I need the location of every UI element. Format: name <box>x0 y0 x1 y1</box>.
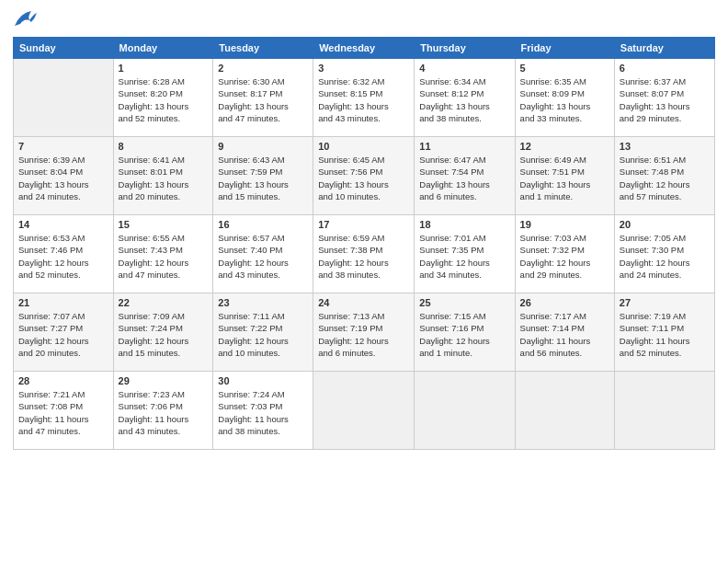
day-number: 19 <box>520 219 609 230</box>
calendar-cell: 4Sunrise: 6:34 AM Sunset: 8:12 PM Daylig… <box>415 59 515 137</box>
day-number: 2 <box>218 63 308 74</box>
logo <box>13 9 42 29</box>
day-info: Sunrise: 6:30 AM Sunset: 8:17 PM Dayligh… <box>218 75 308 124</box>
column-header-monday: Monday <box>113 38 213 59</box>
calendar-cell: 5Sunrise: 6:35 AM Sunset: 8:09 PM Daylig… <box>515 59 614 137</box>
calendar-cell: 14Sunrise: 6:53 AM Sunset: 7:46 PM Dayli… <box>14 215 114 293</box>
day-info: Sunrise: 7:23 AM Sunset: 7:06 PM Dayligh… <box>119 388 209 437</box>
column-header-wednesday: Wednesday <box>313 38 415 59</box>
day-info: Sunrise: 6:49 AM Sunset: 7:51 PM Dayligh… <box>520 154 609 202</box>
calendar-cell <box>14 59 114 137</box>
day-info: Sunrise: 6:41 AM Sunset: 8:01 PM Dayligh… <box>119 154 209 202</box>
day-number: 18 <box>419 219 509 230</box>
day-info: Sunrise: 6:39 AM Sunset: 8:04 PM Dayligh… <box>18 154 108 202</box>
week-row-1: 1Sunrise: 6:28 AM Sunset: 8:20 PM Daylig… <box>14 59 715 137</box>
day-number: 23 <box>218 297 308 308</box>
calendar-cell: 12Sunrise: 6:49 AM Sunset: 7:51 PM Dayli… <box>515 137 614 215</box>
day-number: 16 <box>218 219 308 230</box>
column-header-friday: Friday <box>515 38 614 59</box>
calendar-cell: 21Sunrise: 7:07 AM Sunset: 7:27 PM Dayli… <box>14 293 114 372</box>
day-number: 8 <box>119 141 209 152</box>
day-info: Sunrise: 7:19 AM Sunset: 7:11 PM Dayligh… <box>620 310 710 359</box>
day-info: Sunrise: 6:35 AM Sunset: 8:09 PM Dayligh… <box>520 75 609 124</box>
day-info: Sunrise: 7:09 AM Sunset: 7:24 PM Dayligh… <box>119 310 209 359</box>
logo-icon <box>13 9 39 29</box>
calendar-cell <box>515 372 614 450</box>
day-number: 25 <box>419 297 509 308</box>
day-number: 24 <box>318 297 409 308</box>
day-info: Sunrise: 6:37 AM Sunset: 8:07 PM Dayligh… <box>620 75 710 124</box>
calendar-cell: 11Sunrise: 6:47 AM Sunset: 7:54 PM Dayli… <box>415 137 515 215</box>
day-info: Sunrise: 7:13 AM Sunset: 7:19 PM Dayligh… <box>318 310 409 359</box>
calendar-cell: 26Sunrise: 7:17 AM Sunset: 7:14 PM Dayli… <box>515 293 614 372</box>
day-number: 6 <box>620 63 710 74</box>
header <box>13 9 715 29</box>
day-info: Sunrise: 6:47 AM Sunset: 7:54 PM Dayligh… <box>419 154 509 202</box>
day-number: 17 <box>318 219 409 230</box>
day-number: 13 <box>620 141 710 152</box>
day-info: Sunrise: 6:59 AM Sunset: 7:38 PM Dayligh… <box>318 232 409 281</box>
day-number: 1 <box>119 63 209 74</box>
day-info: Sunrise: 7:24 AM Sunset: 7:03 PM Dayligh… <box>218 388 308 437</box>
day-info: Sunrise: 6:51 AM Sunset: 7:48 PM Dayligh… <box>620 154 710 202</box>
day-info: Sunrise: 6:28 AM Sunset: 8:20 PM Dayligh… <box>119 75 209 124</box>
day-info: Sunrise: 7:01 AM Sunset: 7:35 PM Dayligh… <box>419 232 509 281</box>
calendar-cell <box>415 372 515 450</box>
calendar-cell: 30Sunrise: 7:24 AM Sunset: 7:03 PM Dayli… <box>213 372 313 450</box>
week-row-4: 21Sunrise: 7:07 AM Sunset: 7:27 PM Dayli… <box>14 293 715 372</box>
day-number: 30 <box>218 375 308 386</box>
week-row-5: 28Sunrise: 7:21 AM Sunset: 7:08 PM Dayli… <box>14 372 715 450</box>
page-container: SundayMondayTuesdayWednesdayThursdayFrid… <box>0 0 728 563</box>
day-number: 20 <box>620 219 710 230</box>
day-number: 5 <box>520 63 609 74</box>
column-header-saturday: Saturday <box>614 38 714 59</box>
day-number: 12 <box>520 141 609 152</box>
calendar-cell: 20Sunrise: 7:05 AM Sunset: 7:30 PM Dayli… <box>614 215 714 293</box>
calendar-cell: 15Sunrise: 6:55 AM Sunset: 7:43 PM Dayli… <box>113 215 213 293</box>
day-info: Sunrise: 7:07 AM Sunset: 7:27 PM Dayligh… <box>18 310 108 359</box>
calendar-cell: 17Sunrise: 6:59 AM Sunset: 7:38 PM Dayli… <box>313 215 415 293</box>
day-info: Sunrise: 6:32 AM Sunset: 8:15 PM Dayligh… <box>318 75 409 124</box>
calendar-cell: 29Sunrise: 7:23 AM Sunset: 7:06 PM Dayli… <box>113 372 213 450</box>
day-number: 28 <box>18 375 108 386</box>
calendar-cell <box>614 372 714 450</box>
day-info: Sunrise: 6:45 AM Sunset: 7:56 PM Dayligh… <box>318 154 409 202</box>
day-number: 3 <box>318 63 409 74</box>
day-info: Sunrise: 6:34 AM Sunset: 8:12 PM Dayligh… <box>419 75 509 124</box>
calendar-cell <box>313 372 415 450</box>
day-number: 26 <box>520 297 609 308</box>
column-header-thursday: Thursday <box>415 38 515 59</box>
day-number: 27 <box>620 297 710 308</box>
week-row-3: 14Sunrise: 6:53 AM Sunset: 7:46 PM Dayli… <box>14 215 715 293</box>
calendar-cell: 7Sunrise: 6:39 AM Sunset: 8:04 PM Daylig… <box>14 137 114 215</box>
calendar-cell: 10Sunrise: 6:45 AM Sunset: 7:56 PM Dayli… <box>313 137 415 215</box>
calendar-cell: 8Sunrise: 6:41 AM Sunset: 8:01 PM Daylig… <box>113 137 213 215</box>
day-number: 11 <box>419 141 509 152</box>
calendar-cell: 27Sunrise: 7:19 AM Sunset: 7:11 PM Dayli… <box>614 293 714 372</box>
day-info: Sunrise: 6:43 AM Sunset: 7:59 PM Dayligh… <box>218 154 308 202</box>
column-header-sunday: Sunday <box>14 38 114 59</box>
column-header-tuesday: Tuesday <box>213 38 313 59</box>
calendar-cell: 9Sunrise: 6:43 AM Sunset: 7:59 PM Daylig… <box>213 137 313 215</box>
calendar-table: SundayMondayTuesdayWednesdayThursdayFrid… <box>13 37 715 450</box>
header-row: SundayMondayTuesdayWednesdayThursdayFrid… <box>14 38 715 59</box>
calendar-cell: 22Sunrise: 7:09 AM Sunset: 7:24 PM Dayli… <box>113 293 213 372</box>
day-number: 9 <box>218 141 308 152</box>
calendar-cell: 6Sunrise: 6:37 AM Sunset: 8:07 PM Daylig… <box>614 59 714 137</box>
calendar-cell: 23Sunrise: 7:11 AM Sunset: 7:22 PM Dayli… <box>213 293 313 372</box>
day-number: 7 <box>18 141 108 152</box>
day-info: Sunrise: 7:11 AM Sunset: 7:22 PM Dayligh… <box>218 310 308 359</box>
week-row-2: 7Sunrise: 6:39 AM Sunset: 8:04 PM Daylig… <box>14 137 715 215</box>
calendar-cell: 24Sunrise: 7:13 AM Sunset: 7:19 PM Dayli… <box>313 293 415 372</box>
calendar-cell: 2Sunrise: 6:30 AM Sunset: 8:17 PM Daylig… <box>213 59 313 137</box>
calendar-cell: 18Sunrise: 7:01 AM Sunset: 7:35 PM Dayli… <box>415 215 515 293</box>
day-number: 22 <box>119 297 209 308</box>
calendar-cell: 19Sunrise: 7:03 AM Sunset: 7:32 PM Dayli… <box>515 215 614 293</box>
day-info: Sunrise: 7:05 AM Sunset: 7:30 PM Dayligh… <box>620 232 710 281</box>
day-info: Sunrise: 6:55 AM Sunset: 7:43 PM Dayligh… <box>119 232 209 281</box>
calendar-cell: 25Sunrise: 7:15 AM Sunset: 7:16 PM Dayli… <box>415 293 515 372</box>
day-info: Sunrise: 7:21 AM Sunset: 7:08 PM Dayligh… <box>18 388 108 437</box>
day-number: 21 <box>18 297 108 308</box>
day-number: 4 <box>419 63 509 74</box>
day-number: 15 <box>119 219 209 230</box>
